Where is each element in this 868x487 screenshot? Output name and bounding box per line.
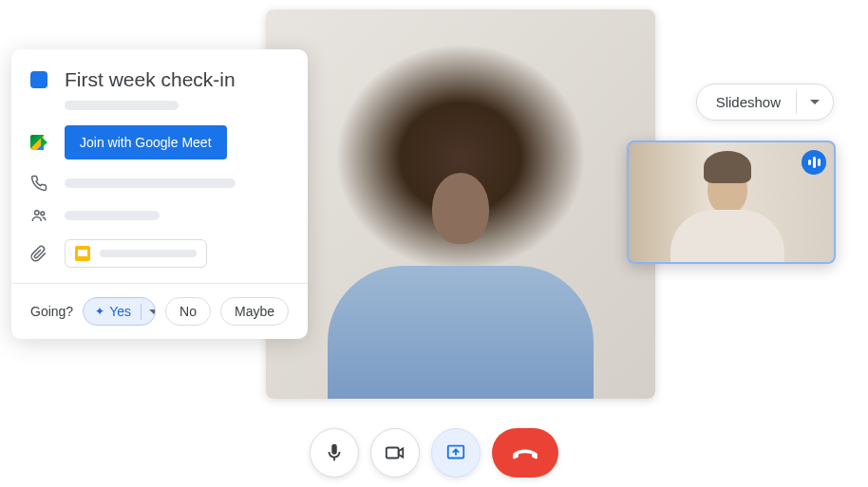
main-video-feed — [266, 9, 655, 399]
slideshow-split-button: Slideshow — [696, 84, 834, 121]
camera-button[interactable] — [370, 428, 420, 478]
event-time-placeholder — [65, 101, 179, 110]
phone-icon — [30, 175, 47, 192]
people-icon — [30, 207, 47, 224]
join-meet-button[interactable]: Join with Google Meet — [65, 125, 227, 159]
event-color-indicator — [30, 71, 47, 88]
camera-icon — [385, 442, 406, 463]
rsvp-yes-label: Yes — [109, 304, 131, 319]
svg-rect-2 — [387, 448, 399, 459]
chevron-down-icon — [810, 100, 820, 104]
meet-icon — [30, 134, 47, 151]
participant-main — [266, 9, 655, 399]
rsvp-no-button[interactable]: No — [165, 297, 211, 326]
microphone-icon — [324, 442, 345, 463]
slideshow-dropdown[interactable] — [796, 90, 833, 114]
pip-video-feed[interactable] — [627, 140, 836, 264]
svg-point-1 — [41, 212, 45, 215]
attachment-chip[interactable] — [65, 239, 207, 268]
mic-button[interactable] — [310, 428, 359, 478]
calendar-event-card: First week check-in Join with Google Mee… — [11, 49, 308, 339]
rsvp-yes-dropdown[interactable] — [141, 304, 156, 320]
sparkle-icon: ✦ — [95, 305, 104, 318]
slideshow-button[interactable]: Slideshow — [697, 84, 796, 120]
slides-icon — [75, 246, 90, 261]
meeting-controls — [310, 428, 558, 478]
present-button[interactable] — [431, 428, 481, 478]
phone-placeholder — [65, 178, 236, 188]
present-screen-icon — [445, 442, 466, 463]
rsvp-maybe-button[interactable]: Maybe — [220, 297, 289, 326]
attachment-icon — [30, 245, 47, 262]
speaking-indicator-icon — [802, 150, 826, 175]
attachment-name-placeholder — [100, 250, 197, 257]
end-call-button[interactable] — [492, 428, 558, 478]
participant-pip — [708, 164, 747, 214]
event-title: First week check-in — [65, 68, 236, 91]
svg-point-0 — [35, 211, 40, 215]
chevron-down-icon — [149, 309, 156, 314]
rsvp-prompt: Going? — [30, 304, 73, 319]
rsvp-bar: Going? ✦ Yes No Maybe — [11, 283, 308, 339]
rsvp-yes-button[interactable]: ✦ Yes — [84, 298, 141, 325]
hangup-icon — [512, 440, 538, 466]
guests-placeholder — [65, 211, 160, 220]
rsvp-yes-split-button: ✦ Yes — [83, 297, 156, 326]
